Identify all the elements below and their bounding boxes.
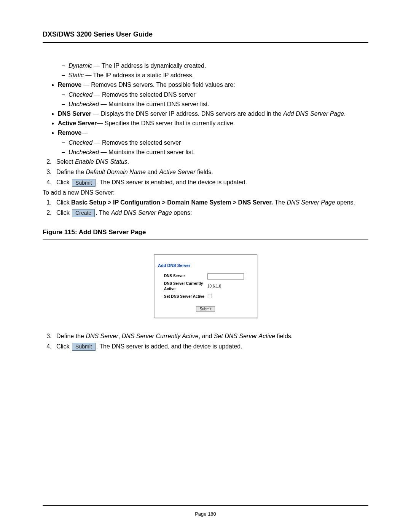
dialog-title: Add DNS Server	[158, 263, 253, 269]
text: Define the	[56, 169, 86, 175]
text: Click	[56, 199, 71, 206]
list-item: Unchecked — Maintains the current server…	[68, 148, 368, 157]
text: Define the	[56, 333, 86, 339]
step-item: Click Basic Setup > IP Configuration > D…	[53, 198, 368, 207]
text: — Maintains the current server list.	[99, 149, 195, 155]
list-item: DNS Server — Displays the DNS server IP …	[58, 109, 368, 118]
label-dns-currently-active: DNS Server Currently Active	[163, 280, 207, 293]
term-dynamic: Dynamic	[68, 62, 92, 69]
step-item: Select Enable DNS Status.	[53, 157, 368, 166]
text: . The DNS server is added, and the devic…	[96, 343, 242, 350]
list-item: Unchecked — Maintains the current DNS se…	[68, 100, 368, 109]
value-dns-currently-active: 10.6.1.0	[207, 280, 258, 293]
text: and	[146, 169, 159, 175]
ref-default-domain: Default Domain Name	[86, 169, 145, 175]
body-content: Dynamic — The IP address is dynamically …	[43, 61, 368, 351]
text: . The	[96, 209, 111, 216]
term-checked: Checked	[68, 91, 92, 98]
footer-rule	[43, 505, 368, 506]
submit-button-image: Submit	[72, 179, 96, 187]
figure-rule	[43, 240, 368, 240]
ref-dns-server-page: DNS Server Page	[287, 199, 335, 206]
text: — Displays the DNS server IP address. DN…	[91, 110, 283, 117]
text: — Removes the selected server	[92, 139, 181, 146]
text: — Removes DNS servers. The possible fiel…	[81, 81, 235, 88]
text: , and	[199, 333, 214, 339]
step-item: Define the DNS Server, DNS Server Curren…	[53, 332, 368, 340]
ref-add-dns-page: Add DNS Server Page	[283, 110, 344, 117]
table-row: Set DNS Server Active	[163, 293, 258, 301]
text: Select	[56, 158, 75, 165]
header-rule	[43, 42, 368, 43]
list-item: Checked — Removes the selected server	[68, 138, 368, 147]
page-header-title: DXS/DWS 3200 Series User Guide	[43, 30, 368, 42]
nav-path: Basic Setup > IP Configuration > Domain …	[71, 199, 273, 206]
set-dns-active-checkbox[interactable]	[208, 294, 212, 298]
text: — Specifies the DNS server that is curre…	[97, 120, 235, 126]
list-item: Remove— Checked — Removes the selected s…	[58, 128, 368, 157]
text: . The DNS server is enabled, and the dev…	[96, 179, 247, 185]
label-dns-server: DNS Server	[163, 273, 207, 280]
text: — The IP address is a static IP address.	[84, 72, 194, 78]
term-unchecked2: Unchecked	[68, 149, 99, 155]
term-checked2: Checked	[68, 139, 92, 146]
text: Click	[56, 209, 71, 216]
text: .	[127, 158, 129, 165]
dialog-figure: Add DNS Server DNS Server DNS Server Cur…	[43, 254, 368, 318]
term-remove: Remove	[58, 81, 81, 88]
text: — Maintains the current DNS server list.	[99, 101, 209, 107]
text: The	[273, 199, 287, 206]
dns-server-input[interactable]	[207, 273, 244, 280]
to-add-heading: To add a new DNS Server:	[43, 188, 368, 197]
label-set-dns-active: Set DNS Server Active	[163, 293, 207, 301]
ref-active-server: Active Server	[159, 169, 195, 175]
list-item: Static — The IP address is a static IP a…	[68, 71, 368, 80]
dialog-submit-button[interactable]: Submit	[196, 306, 215, 312]
step-item: Click Create. The Add DNS Server Page op…	[53, 208, 368, 217]
ref-add-dns-page2: Add DNS Server Page	[111, 209, 172, 216]
text: —	[81, 129, 88, 136]
step-item: Define the Default Domain Name and Activ…	[53, 168, 368, 176]
add-dns-server-dialog: Add DNS Server DNS Server DNS Server Cur…	[154, 254, 257, 318]
figure-caption: Figure 115: Add DNS Server Page	[43, 228, 368, 237]
text: Click	[56, 343, 71, 350]
list-item: Remove — Removes DNS servers. The possib…	[58, 80, 368, 109]
text: opens.	[335, 199, 355, 206]
table-row: DNS Server	[163, 273, 258, 280]
step-item: Click Submit. The DNS server is enabled,…	[53, 178, 368, 187]
ref-dns-server-field: DNS Server	[86, 333, 118, 339]
ref-enable-dns: Enable DNS Status	[75, 158, 127, 165]
text: .	[344, 110, 346, 117]
list-item: Active Server— Specifies the DNS server …	[58, 119, 368, 128]
term-remove2: Remove	[58, 129, 81, 136]
term-static: Static	[68, 72, 84, 78]
submit-button-image-2: Submit	[72, 343, 96, 351]
text: fields.	[275, 333, 293, 339]
term-active-server: Active Server	[58, 120, 97, 126]
text: Click	[56, 179, 71, 185]
text: fields.	[196, 169, 213, 175]
list-item: Dynamic — The IP address is dynamically …	[68, 61, 368, 70]
create-button-image: Create	[72, 209, 95, 217]
list-item: Checked — Removes the selected DNS serve…	[68, 90, 368, 99]
text: opens:	[172, 209, 192, 216]
term-dns-server: DNS Server	[58, 110, 91, 117]
text: — Removes the selected DNS server	[92, 91, 195, 98]
text: ,	[118, 333, 122, 339]
text: — The IP address is dynamically created.	[92, 62, 206, 69]
ref-set-dns-active-field: Set DNS Server Active	[214, 333, 275, 339]
ref-dns-currently-active-field: DNS Server Currently Active	[122, 333, 199, 339]
page-number: Page 180	[43, 511, 368, 517]
step-item: Click Submit. The DNS server is added, a…	[53, 342, 368, 351]
table-row: DNS Server Currently Active 10.6.1.0	[163, 280, 258, 293]
term-unchecked: Unchecked	[68, 101, 99, 107]
